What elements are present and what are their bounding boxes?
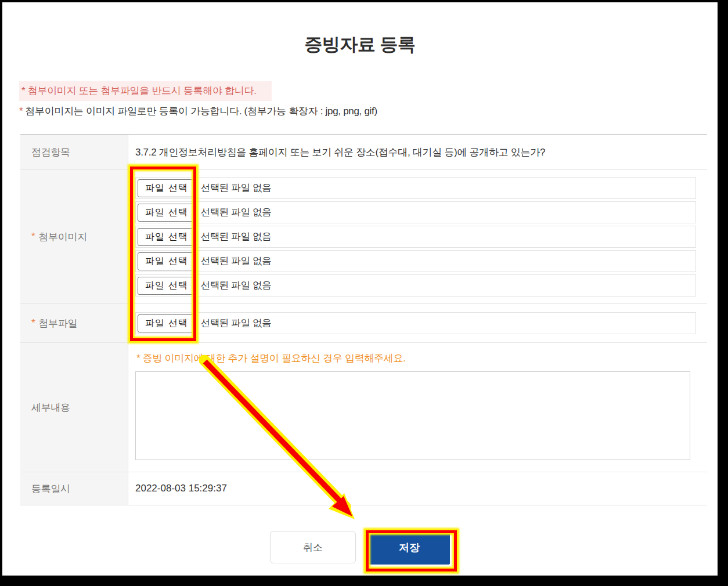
dialog-evidence-register: 증빙자료 등록 * 첨부이미지 또는 첨부파일을 반드시 등록해야 합니다. *… — [2, 2, 718, 576]
file-select-button[interactable]: 파일 선택 — [138, 314, 195, 332]
detail-label: 세부내용 — [20, 343, 128, 472]
required-mark: * — [31, 231, 35, 243]
detail-label-text: 세부내용 — [31, 401, 70, 414]
attach-file-label-text: 첨부파일 — [38, 317, 77, 330]
notice-block: * 첨부이미지 또는 첨부파일을 반드시 등록해야 합니다. *첨부이미지는 이… — [19, 81, 718, 120]
file-empty-text: 선택된 파일 없음 — [200, 255, 271, 267]
action-buttons: 취소 저장 — [2, 531, 718, 565]
page-frame: 증빙자료 등록 * 첨부이미지 또는 첨부파일을 반드시 등록해야 합니다. *… — [0, 0, 728, 586]
row-check-item: 점검항목 3.7.2 개인정보처리방침을 홈페이지 또는 보기 쉬운 장소(접수… — [20, 135, 707, 170]
file-empty-text: 선택된 파일 없음 — [200, 206, 271, 219]
file-input-image-4[interactable]: 파일 선택 선택된 파일 없음 — [135, 250, 696, 272]
attach-image-inputs: 파일 선택 선택된 파일 없음 파일 선택 선택된 파일 없음 파일 선택 선택… — [128, 170, 707, 303]
attach-image-label-text: 첨부이미지 — [38, 230, 87, 244]
page-title: 증빙자료 등록 — [2, 32, 718, 57]
row-attach-file: * 첨부파일 파일 선택 선택된 파일 없음 — [20, 304, 707, 343]
file-empty-text: 선택된 파일 없음 — [200, 317, 271, 330]
required-mark: * — [31, 317, 35, 329]
row-detail: 세부내용 * 증빙 이미지에 대한 추가 설명이 필요하신 경우 입력해주세요. — [20, 343, 707, 472]
file-input-file-1[interactable]: 파일 선택 선택된 파일 없음 — [135, 312, 696, 334]
notice-asterisk: * — [19, 106, 23, 117]
reg-date-value: 2022-08-03 15:29:37 — [128, 472, 707, 505]
attach-image-label: * 첨부이미지 — [20, 170, 128, 303]
notice-extension: *첨부이미지는 이미지 파일로만 등록이 가능합니다. (첨부가능 확장자 : … — [19, 103, 718, 120]
check-item-value: 3.7.2 개인정보처리방침을 홈페이지 또는 보기 쉬운 장소(접수대, 대기… — [128, 135, 707, 169]
check-item-label: 점검항목 — [20, 135, 128, 169]
file-select-button[interactable]: 파일 선택 — [138, 252, 195, 270]
file-select-button[interactable]: 파일 선택 — [138, 277, 195, 295]
cancel-button[interactable]: 취소 — [270, 531, 356, 563]
file-select-button[interactable]: 파일 선택 — [138, 179, 195, 197]
file-input-image-3[interactable]: 파일 선택 선택된 파일 없음 — [135, 226, 696, 248]
detail-textarea[interactable] — [135, 371, 690, 460]
row-reg-date: 등록일시 2022-08-03 15:29:37 — [20, 472, 707, 505]
file-input-image-2[interactable]: 파일 선택 선택된 파일 없음 — [135, 201, 696, 223]
reg-date-label-text: 등록일시 — [31, 482, 70, 495]
file-input-image-5[interactable]: 파일 선택 선택된 파일 없음 — [135, 274, 696, 296]
save-button[interactable]: 저장 — [369, 531, 450, 565]
attach-file-label: * 첨부파일 — [20, 304, 128, 342]
file-empty-text: 선택된 파일 없음 — [200, 279, 271, 292]
reg-date-label: 등록일시 — [20, 472, 128, 505]
notice-extension-text: 첨부이미지는 이미지 파일로만 등록이 가능합니다. (첨부가능 확장자 : j… — [25, 106, 377, 117]
detail-cell: * 증빙 이미지에 대한 추가 설명이 필요하신 경우 입력해주세요. — [128, 343, 707, 472]
notice-required: * 첨부이미지 또는 첨부파일을 반드시 등록해야 합니다. — [19, 81, 272, 101]
evidence-form-table: 점검항목 3.7.2 개인정보처리방침을 홈페이지 또는 보기 쉬운 장소(접수… — [20, 134, 707, 505]
file-empty-text: 선택된 파일 없음 — [200, 182, 271, 194]
attach-file-inputs: 파일 선택 선택된 파일 없음 — [128, 304, 707, 342]
file-select-button[interactable]: 파일 선택 — [138, 204, 195, 222]
file-input-image-1[interactable]: 파일 선택 선택된 파일 없음 — [135, 177, 696, 199]
check-item-label-text: 점검항목 — [31, 146, 70, 159]
file-select-button[interactable]: 파일 선택 — [138, 228, 195, 246]
detail-note: * 증빙 이미지에 대한 추가 설명이 필요하신 경우 입력해주세요. — [136, 352, 700, 365]
row-attach-image: * 첨부이미지 파일 선택 선택된 파일 없음 파일 선택 선택된 파일 없음 … — [20, 170, 707, 304]
file-empty-text: 선택된 파일 없음 — [200, 230, 271, 243]
